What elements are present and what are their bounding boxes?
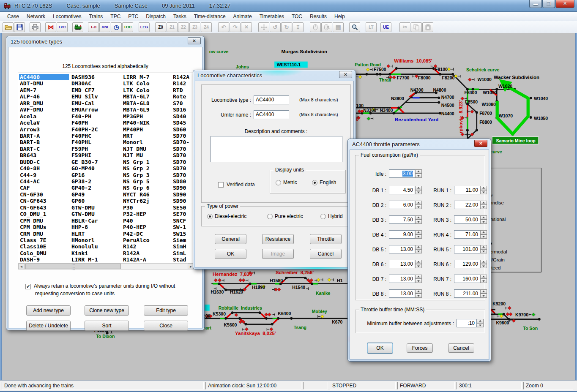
run-5-spinner[interactable] [480, 245, 487, 253]
idle-spinner[interactable] [415, 169, 422, 178]
db-3-field[interactable]: 7.50 [389, 215, 415, 224]
paste-button[interactable] [422, 22, 433, 32]
list-item[interactable]: BART-A [19, 133, 69, 139]
run-3-field[interactable]: 50.00 [454, 215, 480, 224]
list-item[interactable]: SD60 [172, 126, 190, 133]
ue-button[interactable]: UE [380, 22, 391, 32]
list-item[interactable]: SNCF [172, 218, 190, 224]
zoom1-button[interactable]: Z1 [167, 22, 178, 32]
db-7-field[interactable]: 13.00 [389, 275, 415, 283]
time-distance-button[interactable]: T-D [88, 22, 99, 32]
list-item[interactable]: HLRT [71, 231, 99, 237]
run-8-spinner[interactable] [480, 289, 487, 298]
list-item[interactable]: CAF [19, 185, 69, 191]
clone-new-type-button[interactable]: Clone new type [85, 305, 129, 316]
drop-node-button[interactable]: ↧ [293, 22, 304, 32]
zoom4-button[interactable]: Z4 [201, 22, 212, 32]
clock-button[interactable]: ◷ [111, 22, 122, 32]
list-item[interactable]: P40 [122, 218, 150, 224]
list-item[interactable]: SD90 [172, 185, 190, 191]
list-item[interactable]: NS Grp 6 [122, 185, 150, 191]
run-8-field[interactable]: 211.00 [454, 289, 480, 298]
list-item[interactable]: F40PH [71, 120, 99, 126]
list-item[interactable]: Acela [19, 113, 69, 120]
list-item[interactable]: Kinki [71, 250, 99, 256]
throttle-parameters-dialog[interactable]: AC4400 throttle parameters ✕ Fuel consum… [347, 139, 491, 362]
list-item[interactable]: SD45 [172, 120, 190, 126]
list-item[interactable]: R142 [122, 243, 150, 250]
db-5-field[interactable]: 13.00 [389, 245, 415, 253]
list-item[interactable]: R142 [172, 80, 190, 87]
window-titlebar[interactable]: RTC 2.70 L62S Case: sample Sample Case 0… [0, 0, 577, 12]
list-item[interactable]: RTD [172, 87, 190, 93]
menu-item-dispatch[interactable]: Dispatch [142, 13, 170, 20]
list-item[interactable]: SD70 [172, 146, 190, 152]
characteristics-cancel-button[interactable]: Cancel [310, 249, 342, 259]
list-item[interactable]: GP40-2 [71, 185, 99, 191]
list-item[interactable]: SimL [172, 250, 190, 256]
list-item[interactable]: Arrow3 [19, 126, 69, 133]
list-item[interactable]: GP49 [71, 191, 99, 198]
list-item[interactable]: SD90 [172, 198, 190, 204]
run-3-spinner[interactable] [480, 215, 487, 224]
list-item[interactable]: BART-B [19, 139, 69, 145]
menu-item-tasks[interactable]: Tasks [170, 13, 190, 20]
list-item[interactable]: Monorl [122, 139, 150, 145]
list-item[interactable]: NS Grp 2 [122, 165, 150, 172]
diesel-electric-radio[interactable] [207, 214, 213, 219]
list-item[interactable]: AcelaV [19, 120, 69, 126]
list-item[interactable]: SE70 [172, 211, 190, 217]
throttle-ok-button[interactable]: OK [367, 343, 393, 354]
locomotive-characteristics-dialog[interactable]: Locomotive characteristics ✕ Locomotive … [193, 70, 356, 270]
run-2-spinner[interactable] [480, 201, 487, 209]
list-item[interactable]: SD70 [172, 172, 190, 178]
list-item[interactable]: CN-GF643 [19, 204, 69, 211]
cut-button[interactable]: ✂ [399, 22, 410, 32]
list-item[interactable]: BUDD-C [19, 159, 69, 165]
run-6-spinner[interactable] [480, 260, 487, 268]
list-item[interactable]: NS Grp 1 [122, 159, 150, 165]
rotate-cw-button[interactable]: ↻ [281, 22, 292, 32]
list-item[interactable]: GP16 [71, 172, 99, 178]
list-item[interactable]: Class10E [19, 243, 69, 250]
throttle-close-icon[interactable]: ✕ [474, 140, 487, 147]
lt-button[interactable]: LT [366, 22, 377, 32]
list-item[interactable]: SD90 [172, 191, 190, 198]
list-item[interactable]: MBTA-GL8 [122, 100, 150, 106]
zoom3-button[interactable]: Z3 [189, 22, 200, 32]
idle-field[interactable]: 3.00 [389, 169, 415, 178]
min-buffer-spinner[interactable] [477, 319, 484, 327]
mouse-off-button[interactable] [321, 22, 332, 32]
list-item[interactable]: GTW-DMU [71, 204, 99, 211]
edit-type-button[interactable]: Edit type [144, 305, 188, 316]
list-item[interactable]: SD16 [172, 106, 190, 113]
list-item[interactable]: ARR_DMU [19, 100, 69, 106]
abort-tpc-button[interactable]: ⋈ [45, 22, 56, 32]
run-7-spinner[interactable] [480, 275, 487, 283]
list-item[interactable]: EMD CF7 [71, 87, 99, 93]
list-item[interactable]: LTK Colo [122, 80, 150, 87]
list-item[interactable]: CRM DMU [19, 231, 69, 237]
list-item[interactable]: CPM DMU [19, 218, 69, 224]
list-item[interactable]: GTW-DMU [71, 211, 99, 217]
umler-name-field[interactable]: AC4400 [254, 110, 289, 119]
menu-item-toc[interactable]: TOC [288, 13, 306, 20]
list-item[interactable]: MP36PH [122, 113, 150, 120]
list-item[interactable]: MP40PH [122, 126, 150, 133]
db-6-field[interactable]: 13.00 [389, 260, 415, 268]
mouse-button[interactable] [310, 22, 321, 32]
list-item[interactable]: MP40-NIK [122, 120, 150, 126]
delete-button[interactable]: ✕ [241, 22, 252, 32]
list-item[interactable]: EMU Silv [71, 93, 99, 100]
sort-button[interactable]: Sort [85, 321, 129, 331]
print-button[interactable] [30, 22, 41, 32]
scroll-left-icon[interactable]: ◄ [18, 264, 25, 269]
list-item[interactable]: C44-9 [19, 172, 69, 178]
locomotive-types-dialog-title[interactable]: 125 locomotive types [6, 36, 204, 47]
english-radio[interactable] [312, 180, 317, 185]
list-item[interactable]: DM30AC [71, 80, 99, 87]
retain-units-checkbox[interactable] [25, 284, 31, 289]
list-item[interactable]: PeruAlco [122, 237, 150, 243]
close-button[interactable]: ✕ [555, 0, 574, 8]
run-1-field[interactable]: 11.00 [454, 186, 480, 194]
